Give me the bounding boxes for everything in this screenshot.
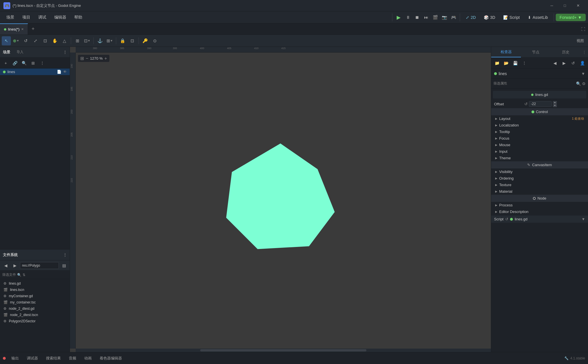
menu-debug[interactable]: 调试 xyxy=(34,13,50,22)
minimize-button[interactable]: ─ xyxy=(545,0,558,11)
tab-add-button[interactable]: + xyxy=(28,23,38,35)
anchor-tool[interactable]: ⚓ xyxy=(95,36,105,45)
stop-button[interactable]: ⏹ xyxy=(412,13,422,22)
insp-tool-open[interactable]: 📂 xyxy=(502,59,510,67)
scene-grid-button[interactable]: ⊞ xyxy=(29,59,37,67)
file-layout-button[interactable]: ▤ xyxy=(60,262,68,270)
gamepad-button[interactable]: 🎮 xyxy=(449,13,458,22)
maximize-button[interactable]: □ xyxy=(558,0,571,11)
status-output[interactable]: 输出 xyxy=(9,355,21,362)
btn-2d[interactable]: ⤢ 2D xyxy=(462,14,480,21)
scale-tool[interactable]: ⤢ xyxy=(31,36,40,45)
movie-button[interactable]: 🎬 xyxy=(431,13,440,22)
file-item-linestscn[interactable]: 🎬 lines.tscn xyxy=(0,287,70,293)
file-back-button[interactable]: ◀ xyxy=(2,262,10,270)
forward-plus-button[interactable]: Forward+ ▼ xyxy=(556,14,586,21)
file-item-node2dtesttscn[interactable]: 🎬 node_2_dtest.tscn xyxy=(0,312,70,318)
dot-tool[interactable]: ⊙ xyxy=(150,36,159,45)
insp-tool-save[interactable]: 💾 xyxy=(511,59,519,67)
close-button[interactable]: ✕ xyxy=(571,0,585,11)
file-forward-button[interactable]: ▶ xyxy=(11,262,19,270)
status-audio[interactable]: 音频 xyxy=(67,355,79,362)
node-selector-expand-icon[interactable]: ▼ xyxy=(581,71,585,76)
focus-section[interactable]: ▶ Focus xyxy=(491,135,588,142)
script-row[interactable]: lines.gd xyxy=(493,91,586,98)
view-menu[interactable]: 视图 xyxy=(574,36,586,45)
import-label[interactable]: 导入 xyxy=(17,50,23,55)
zoom-plus-button[interactable]: + xyxy=(104,56,107,61)
insp-nav-back[interactable]: ◀ xyxy=(551,59,559,67)
status-animation[interactable]: 动画 xyxy=(82,355,94,362)
snap-tool[interactable]: ⊞▼ xyxy=(105,36,114,45)
node-script-icon[interactable]: 📄 xyxy=(57,70,61,74)
filter-settings-icon[interactable]: ⚙ xyxy=(582,81,586,86)
filter-search-icon[interactable]: 🔍 xyxy=(17,273,21,277)
tab-node[interactable]: 节点 xyxy=(521,47,551,57)
add-node-tool[interactable]: ⊕ ▼ xyxy=(11,36,21,45)
insp-user-icon[interactable]: 👤 xyxy=(578,59,586,67)
zoom-fit-button[interactable]: ⊞ xyxy=(80,56,84,61)
input-section[interactable]: ▶ Input xyxy=(491,148,588,155)
tab-inspector[interactable]: 检查器 xyxy=(491,47,521,57)
scrollbar-horizontal[interactable] xyxy=(76,349,491,352)
btn-3d[interactable]: 🎲 3D xyxy=(480,14,499,21)
filter-sort-icon[interactable]: ⇅ xyxy=(23,273,25,277)
rotate-tool[interactable]: ↺ xyxy=(21,36,30,45)
node-visibility-icon[interactable]: 👁 xyxy=(63,70,67,74)
step-button[interactable]: ⏭ xyxy=(422,13,431,22)
file-item-node2dtestgd[interactable]: ⚙ node_2_dtest.gd xyxy=(0,305,70,312)
insp-tool-folder[interactable]: 📁 xyxy=(493,59,501,67)
grid-tool[interactable]: ⊞ xyxy=(73,36,82,45)
lock-tool[interactable]: 🔒 xyxy=(118,36,127,45)
editor-tab-lines[interactable]: lines(*) ✕ xyxy=(0,23,28,35)
file-item-mycontainergd[interactable]: ⚙ myContainer.gd xyxy=(0,293,70,299)
mouse-section[interactable]: ▶ Mouse xyxy=(491,142,588,148)
tab-extra-menu-icon[interactable]: ⋮ xyxy=(582,50,586,55)
menu-editor[interactable]: 编辑器 xyxy=(50,13,70,22)
play-button[interactable]: ▶ xyxy=(394,13,403,22)
scene-more-button[interactable]: ⋮ xyxy=(38,59,46,67)
insp-refresh[interactable]: ↺ xyxy=(569,59,577,67)
camera-button[interactable]: 📷 xyxy=(440,13,449,22)
bone-tool[interactable]: ⊡ xyxy=(128,36,137,45)
scene-link-button[interactable]: 🔗 xyxy=(11,59,19,67)
status-shader[interactable]: 着色器编辑器 xyxy=(97,355,124,362)
file-panel-menu-icon[interactable]: ⋮ xyxy=(63,253,67,257)
zoom-minus-button[interactable]: − xyxy=(86,56,88,61)
file-item-polygon2dsector[interactable]: ⚙ Polygon2DSector xyxy=(0,318,70,324)
canvas-area[interactable]: 380 385 390 395 400 405 410 415 190 195 … xyxy=(70,47,491,352)
scene-add-node-button[interactable]: + xyxy=(2,59,10,67)
filter-search-icon[interactable]: 🔍 xyxy=(576,81,581,86)
menu-scene[interactable]: 场景 xyxy=(2,13,18,22)
scrollbar-thumb[interactable] xyxy=(200,349,366,351)
status-debugger[interactable]: 调试器 xyxy=(25,355,40,362)
scene-panel-menu-icon[interactable]: ⋮ xyxy=(63,50,67,54)
visibility-section[interactable]: ▶ Visibility xyxy=(491,168,588,175)
pan-tool[interactable]: ✋ xyxy=(50,36,59,45)
rect-tool[interactable]: ⊡ xyxy=(41,36,50,45)
triangle-tool[interactable]: △ xyxy=(60,36,69,45)
ordering-section[interactable]: ▶ Ordering xyxy=(491,175,588,182)
offset-spin-down[interactable]: ▼ xyxy=(553,104,557,107)
insp-nav-forward[interactable]: ▶ xyxy=(560,59,568,67)
file-item-mycontainertsc[interactable]: 🎬 my_container.tsc xyxy=(0,299,70,305)
offset-refresh-icon[interactable]: ↺ xyxy=(524,102,528,106)
theme-section[interactable]: ▶ Theme xyxy=(491,155,588,161)
insp-tool-more[interactable]: ⋮ xyxy=(520,59,528,67)
texture-section[interactable]: ▶ Texture xyxy=(491,182,588,188)
process-section[interactable]: ▶ Process xyxy=(491,202,588,208)
scene-node-lines[interactable]: lines 📄 👁 xyxy=(0,69,70,75)
key-tool[interactable]: 🔑 xyxy=(141,36,150,45)
offset-input[interactable] xyxy=(529,101,552,107)
status-search[interactable]: 搜索结果 xyxy=(44,355,63,362)
tab-history[interactable]: 历史 xyxy=(551,47,581,57)
menu-project[interactable]: 项目 xyxy=(18,13,34,22)
scene-search-button[interactable]: 🔍 xyxy=(20,59,28,67)
btn-assetlib[interactable]: ⬇ AssetLib xyxy=(524,14,552,21)
localization-section[interactable]: ▶ Localization xyxy=(491,122,588,128)
file-item-linesgd[interactable]: ⚙ lines.gd xyxy=(0,280,70,287)
tab-close-lines[interactable]: ✕ xyxy=(21,27,24,31)
extra-tool[interactable]: ⊡▼ xyxy=(83,36,92,45)
layout-section[interactable]: ▶ Layout 1 处改动 xyxy=(491,115,588,122)
select-tool[interactable]: ↖ xyxy=(2,36,11,45)
